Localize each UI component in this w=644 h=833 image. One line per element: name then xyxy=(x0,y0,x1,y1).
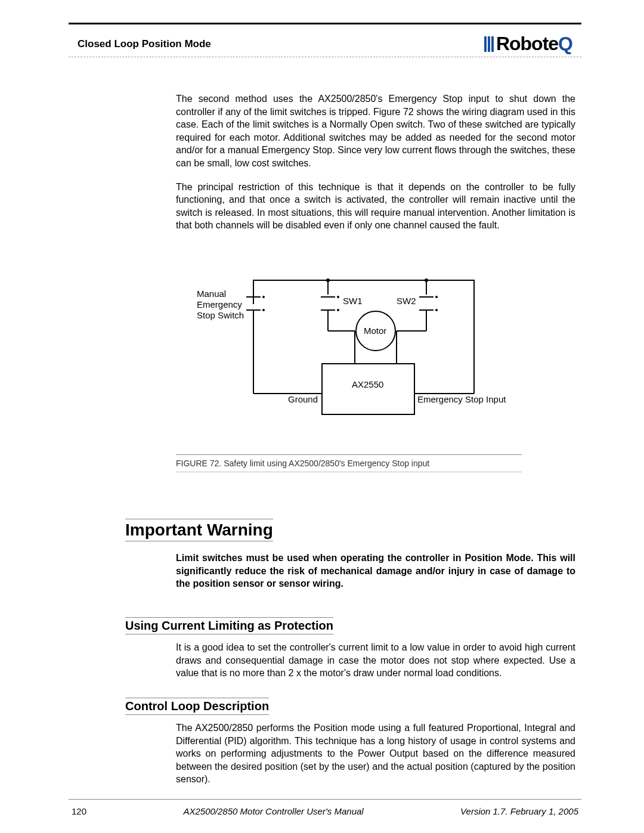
heading-important-warning: Important Warning xyxy=(125,519,273,541)
figure-rule-bottom xyxy=(176,472,522,472)
label-sw2: SW2 xyxy=(397,296,416,306)
label-manual-1: Manual xyxy=(197,289,226,299)
svg-point-4 xyxy=(262,309,265,311)
label-manual-3: Stop Switch xyxy=(197,310,244,320)
heading-current-limiting: Using Current Limiting as Protection xyxy=(125,617,333,634)
svg-point-8 xyxy=(326,278,330,282)
label-controller: AX2550 xyxy=(352,379,383,389)
body-column: The second method uses the AX2500/2850's… xyxy=(176,92,575,243)
svg-point-21 xyxy=(435,309,438,311)
warning-body: Limit switches must be used when operati… xyxy=(176,552,575,590)
brand-name: Robote xyxy=(496,33,558,55)
label-motor: Motor xyxy=(364,326,386,336)
svg-point-17 xyxy=(425,278,428,282)
wiring-diagram: Manual Emergency Stop Switch SW1 SW2 Mot… xyxy=(176,268,543,447)
footer-title: AX2500/2850 Motor Controller User's Manu… xyxy=(183,806,363,816)
figure-rule-top xyxy=(176,454,522,455)
footer-rule xyxy=(69,799,581,800)
footer-version: Version 1.7. February 1, 2005 xyxy=(460,806,578,816)
section-current-limiting-body: It is a good idea to set the controller'… xyxy=(176,641,575,680)
paragraph-2: The principal restriction of this techni… xyxy=(176,181,575,232)
section-control-loop-body: The AX2500/2850 performs the Position mo… xyxy=(176,721,575,786)
page-number: 120 xyxy=(72,806,86,816)
figure-72: Manual Emergency Stop Switch SW1 SW2 Mot… xyxy=(176,268,543,472)
switch-sw2 xyxy=(419,296,438,311)
label-sw1: SW1 xyxy=(343,296,363,306)
svg-point-11 xyxy=(337,296,339,298)
brand-logo: RoboteQ xyxy=(484,33,572,55)
label-ground: Ground xyxy=(288,394,318,404)
switch-manual xyxy=(246,296,265,311)
label-estop: Emergency Stop Input xyxy=(417,394,506,404)
svg-point-3 xyxy=(262,296,265,298)
svg-point-12 xyxy=(337,309,339,311)
brand-bars-icon xyxy=(484,36,494,52)
section-title: Closed Loop Position Mode xyxy=(78,38,211,50)
page-footer: 120 AX2500/2850 Motor Controller User's … xyxy=(72,806,578,816)
figure-caption: FIGURE 72. Safety limit using AX2500/285… xyxy=(176,459,543,468)
heading-control-loop: Control Loop Description xyxy=(125,698,269,715)
svg-point-20 xyxy=(435,296,438,298)
page-header: Closed Loop Position Mode RoboteQ xyxy=(78,33,572,55)
top-rule xyxy=(69,23,581,24)
header-separator xyxy=(69,57,581,57)
label-manual-2: Emergency xyxy=(197,299,242,309)
paragraph-1: The second method uses the AX2500/2850's… xyxy=(176,92,575,170)
switch-sw1 xyxy=(321,296,339,311)
brand-name-accent: Q xyxy=(558,33,572,55)
